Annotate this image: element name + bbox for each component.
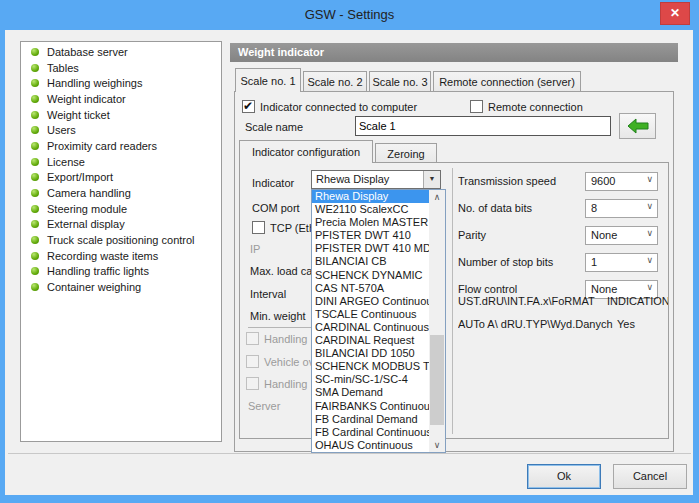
sidebar-item-label: Tables xyxy=(47,62,79,74)
handling-label-2: Handling xyxy=(264,378,307,390)
bullet-icon xyxy=(31,79,39,87)
remote-connection-label: Remote connection xyxy=(488,101,583,113)
handling-checkbox-1 xyxy=(246,332,259,345)
sidebar-item-label: License xyxy=(47,156,85,168)
tcp-ethernet-checkbox[interactable] xyxy=(252,221,265,234)
sidebar-item-export-import[interactable]: Export/Import xyxy=(21,170,221,186)
dropdown-item[interactable]: CARDINAL Continuous xyxy=(312,321,429,334)
dropdown-item[interactable]: CAS NT-570A xyxy=(312,282,429,295)
scrollbar-thumb[interactable] xyxy=(430,335,444,425)
tab-scale-2[interactable]: Scale no. 2 xyxy=(303,71,367,92)
sidebar-item-weight-indicator[interactable]: Weight indicator xyxy=(21,91,221,107)
parity-label: Parity xyxy=(458,229,486,241)
indicator-dropdown-list: Rhewa Display WE2110 ScalexCC Precia Mol… xyxy=(311,189,446,453)
sidebar-item-label: Proximity card readers xyxy=(47,140,157,152)
dropdown-item[interactable]: PFISTER DWT 410 MD xyxy=(312,242,429,255)
dropdown-scrollbar[interactable]: ∧ ∨ xyxy=(429,190,445,452)
sidebar-item-database-server[interactable]: Database server xyxy=(21,44,221,60)
stop-bits-select[interactable]: 1 ∨ xyxy=(585,253,658,272)
dropdown-item[interactable]: SMA Demand xyxy=(312,386,429,399)
tab-scale-1[interactable]: Scale no. 1 xyxy=(235,68,301,92)
tab-zeroing[interactable]: Zeroing xyxy=(375,143,437,163)
format-info-label: UST.dRU\INT.FA.x\FoRMAT xyxy=(458,295,603,307)
transmission-speed-value: 9600 xyxy=(591,173,641,190)
dropdown-item[interactable]: WE2110 ScalexCC xyxy=(312,203,429,216)
dropdown-item[interactable]: PFISTER DWT 410 xyxy=(312,229,429,242)
checkmark-icon: ✔ xyxy=(243,99,253,113)
sidebar-item-recording-waste-items[interactable]: Recording waste items xyxy=(21,248,221,264)
dropdown-item[interactable]: DINI ARGEO Continuous xyxy=(312,295,429,308)
sidebar-item-handling-traffic-lights[interactable]: Handling traffic lights xyxy=(21,264,221,280)
sidebar-item-truck-scale-positioning-control[interactable]: Truck scale positioning control xyxy=(21,232,221,248)
sidebar-item-label: Container weighing xyxy=(47,281,141,293)
bullet-icon xyxy=(31,126,39,134)
bullet-icon xyxy=(31,95,39,103)
indicator-combobox[interactable]: Rhewa Display ▼ xyxy=(311,170,441,189)
dropdown-item[interactable]: FB Cardinal Continuous xyxy=(312,426,429,439)
cancel-button[interactable]: Cancel xyxy=(613,464,687,489)
chevron-down-icon: ∨ xyxy=(646,174,653,184)
dropdown-item-selected[interactable]: Rhewa Display xyxy=(312,190,429,203)
dropdown-item[interactable]: SCHENCK MODBUS TCP xyxy=(312,360,429,373)
indicator-connected-label: Indicator connected to computer xyxy=(260,101,417,113)
sidebar-item-external-display[interactable]: External display xyxy=(21,217,221,233)
data-bits-select[interactable]: 8 ∨ xyxy=(585,199,658,218)
interval-label: Interval xyxy=(250,288,286,300)
auto-info-value: Yes xyxy=(617,318,635,330)
dropdown-item[interactable]: SCHENCK DYNAMIC xyxy=(312,269,429,282)
stop-bits-value: 1 xyxy=(591,254,641,271)
tab-scale-3[interactable]: Scale no. 3 xyxy=(369,71,431,92)
combo-dropdown-icon[interactable]: ▼ xyxy=(423,171,440,188)
sidebar-item-label: Truck scale positioning control xyxy=(47,234,195,246)
dropdown-item[interactable]: CARDINAL Request xyxy=(312,334,429,347)
sidebar-item-camera-handling[interactable]: Camera handling xyxy=(21,185,221,201)
scroll-down-icon[interactable]: ∨ xyxy=(429,438,445,452)
sidebar-item-label: External display xyxy=(47,218,125,230)
handling-checkbox-2 xyxy=(246,377,259,390)
sidebar-item-container-weighing[interactable]: Container weighing xyxy=(21,279,221,295)
stop-bits-label: Number of stop bits xyxy=(458,256,553,268)
tab-indicator-configuration[interactable]: Indicator configuration xyxy=(239,140,373,163)
sidebar-item-license[interactable]: License xyxy=(21,154,221,170)
bullet-icon xyxy=(31,267,39,275)
sidebar-item-users[interactable]: Users xyxy=(21,122,221,138)
bullet-icon xyxy=(31,252,39,260)
sidebar-item-proximity-card-readers[interactable]: Proximity card readers xyxy=(21,138,221,154)
sidebar-item-label: Export/Import xyxy=(47,171,113,183)
parity-select[interactable]: None ∨ xyxy=(585,226,658,245)
bullet-icon xyxy=(31,236,39,244)
dropdown-item[interactable]: TSCALE Continuous xyxy=(312,308,429,321)
sidebar-item-steering-module[interactable]: Steering module xyxy=(21,201,221,217)
transmission-speed-select[interactable]: 9600 ∨ xyxy=(585,172,658,191)
dropdown-item[interactable]: Precia Molen MASTER D xyxy=(312,216,429,229)
settings-category-list: Database server Tables Handling weighing… xyxy=(20,41,222,442)
dropdown-item[interactable]: BILANCIAI CB xyxy=(312,255,429,268)
back-arrow-button[interactable] xyxy=(619,113,656,139)
dropdown-item[interactable]: FAIRBANKS Continuous xyxy=(312,400,429,413)
sidebar-item-weight-ticket[interactable]: Weight ticket xyxy=(21,107,221,123)
scroll-up-icon[interactable]: ∧ xyxy=(429,190,445,204)
bullet-icon xyxy=(31,142,39,150)
dropdown-item[interactable]: OHAUS Continuous xyxy=(312,439,429,452)
max-load-label: Max. load ca xyxy=(250,265,312,277)
sidebar-item-label: Steering module xyxy=(47,203,127,215)
scale-name-input[interactable] xyxy=(355,116,611,136)
sidebar-item-label: Weight indicator xyxy=(47,93,126,105)
sidebar-item-handling-weighings[interactable]: Handling weighings xyxy=(21,75,221,91)
dropdown-item[interactable]: FB Cardinal Demand xyxy=(312,413,429,426)
scale-name-label: Scale name xyxy=(245,121,303,133)
dropdown-item[interactable]: SC-min/SC-1/SC-4 xyxy=(312,373,429,386)
dropdown-item[interactable]: BILANCIAI DD 1050 xyxy=(312,347,429,360)
data-bits-value: 8 xyxy=(591,200,641,217)
close-button[interactable]: ✕ xyxy=(660,2,690,25)
bullet-icon xyxy=(31,189,39,197)
remote-connection-checkbox[interactable] xyxy=(470,100,483,113)
ok-button[interactable]: Ok xyxy=(527,464,601,489)
sidebar-item-tables[interactable]: Tables xyxy=(21,60,221,76)
com-port-label: COM port xyxy=(252,202,300,214)
flow-control-label: Flow control xyxy=(458,283,517,295)
tab-remote-connection-server[interactable]: Remote connection (server) xyxy=(433,71,581,92)
green-back-arrow-icon xyxy=(626,118,650,134)
handling-label-1: Handling xyxy=(264,333,307,345)
indicator-connected-checkbox[interactable]: ✔ xyxy=(242,100,255,113)
